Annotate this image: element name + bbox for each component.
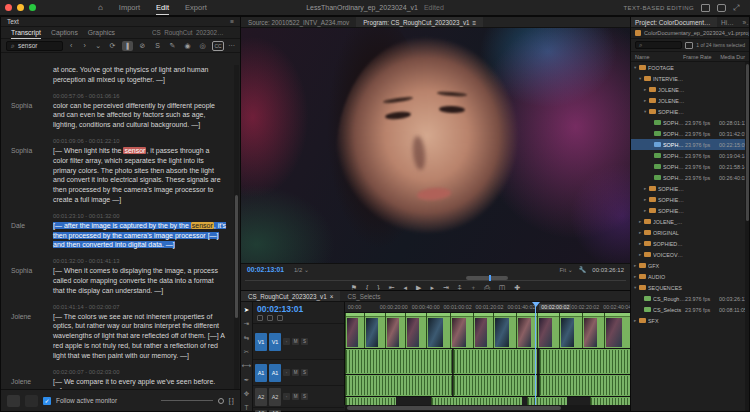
audio-clip[interactable] bbox=[345, 375, 452, 396]
track-header-a1[interactable]: A1A1◦MS bbox=[253, 359, 344, 385]
transcript-segment[interactable]: at once. You've got the physics of light… bbox=[1, 65, 234, 85]
audio-track-a2[interactable] bbox=[345, 375, 630, 397]
project-item-sophiedale_02[interactable]: ▸SOPHIEDALE_02 bbox=[631, 183, 745, 194]
project-item-gfx[interactable]: ▸GFX bbox=[631, 260, 745, 271]
hand-tool[interactable]: ✥ bbox=[244, 390, 249, 398]
tab-transcript[interactable]: Transcript bbox=[11, 27, 41, 39]
audio-clip[interactable] bbox=[453, 349, 537, 374]
project-breadcrumb[interactable]: ColorDocumentary_ep_2023024_v1.prproj bbox=[631, 28, 749, 39]
project-item-sophiedale_1_01[interactable]: SOPHIEDALE_1_0123.976 fps00:28:01:11 bbox=[631, 117, 745, 128]
follow-active-monitor-checkbox[interactable]: ✓ bbox=[43, 397, 51, 405]
mute-button-a2[interactable]: M bbox=[292, 393, 299, 400]
caption-block2-icon[interactable] bbox=[25, 395, 38, 407]
search-prev-button[interactable]: ‹ bbox=[67, 41, 76, 51]
track-header-a3[interactable]: A3A3 bbox=[253, 407, 344, 412]
audio-clip[interactable] bbox=[345, 349, 452, 374]
mute-button-a1[interactable]: M bbox=[292, 369, 299, 376]
track-header-a2[interactable]: A2A2◦MS bbox=[253, 385, 344, 407]
audio-clip[interactable] bbox=[431, 397, 522, 405]
track-select-tool[interactable]: ⇥ bbox=[244, 320, 249, 328]
close-tab-icon[interactable]: × bbox=[330, 293, 334, 300]
project-item-jolene_02[interactable]: ▸JOLENE_02 bbox=[631, 95, 745, 106]
tab-sequence-roughcut[interactable]: CS_RoughCut_2023023_v1× bbox=[241, 291, 340, 301]
video-clip[interactable] bbox=[473, 313, 493, 348]
project-item-cs_selects[interactable]: CS_Selects23.976 fps00:08:11:05 bbox=[631, 304, 745, 315]
project-item-sophiedale_1_06[interactable]: SOPHIEDALE_1_0623.976 fps00:26:40:02 bbox=[631, 172, 745, 183]
tab-history[interactable]: History bbox=[717, 17, 739, 27]
timeline-scrollbar[interactable] bbox=[345, 405, 630, 411]
transcript-search-input[interactable]: ⌕ sensor bbox=[6, 41, 63, 51]
video-track-v1[interactable] bbox=[345, 313, 630, 349]
segment-text[interactable]: [— after the image is captured by the by… bbox=[53, 221, 226, 250]
video-clip[interactable] bbox=[364, 313, 385, 348]
transcript-segment[interactable]: Sophia00:00:57:06 - 00:01:06:16color can… bbox=[1, 93, 234, 130]
text-zoom-knob[interactable] bbox=[218, 398, 224, 404]
share-icon[interactable] bbox=[717, 4, 726, 12]
tab-source-monitor[interactable]: Source: 20010522_INTV_A234.mov bbox=[241, 17, 356, 27]
scrubber-zoom-handle[interactable] bbox=[466, 276, 508, 280]
expand-panel-icon[interactable]: ⁅⁆ bbox=[229, 397, 234, 405]
transcript-scrollbar[interactable] bbox=[234, 65, 239, 389]
tab-project[interactable]: Project: ColorDocumentary_ep_2023024_v1 bbox=[631, 17, 717, 27]
mute-button-v1[interactable]: M bbox=[292, 338, 299, 345]
pen-tool[interactable]: ✒ bbox=[244, 376, 249, 384]
hide-text-icon[interactable]: ⊘ bbox=[137, 41, 148, 51]
timeline-tracks-area[interactable]: 00:0000:00:20:0000:00:40:0000:01:00:0200… bbox=[345, 302, 630, 405]
snap-icon[interactable] bbox=[257, 315, 263, 321]
project-item-sophiedale_1_03[interactable]: SOPHIEDALE_1_0323.976 fps00:22:15:09 bbox=[631, 139, 745, 150]
source-patch-v1[interactable]: V1 bbox=[255, 333, 267, 351]
timeline-playhead[interactable] bbox=[535, 302, 536, 405]
tab-overflow-chevrons[interactable]: » bbox=[739, 17, 749, 27]
home-icon[interactable]: ⌂ bbox=[98, 3, 103, 12]
video-clip[interactable] bbox=[582, 313, 605, 348]
segment-text[interactable]: color can be perceived differently by di… bbox=[53, 101, 226, 130]
audio-clip[interactable] bbox=[527, 397, 567, 405]
source-patch-a1[interactable]: A1 bbox=[255, 364, 267, 382]
track-target-a1[interactable]: A1 bbox=[269, 364, 281, 382]
slip-tool[interactable]: ⟷ bbox=[242, 362, 251, 370]
segment-text[interactable]: [— We compare it to every apple we've se… bbox=[53, 377, 226, 389]
video-clip[interactable] bbox=[385, 313, 405, 348]
search-filter-button[interactable]: ⌄ bbox=[94, 41, 103, 51]
audio-clip[interactable] bbox=[345, 397, 396, 405]
refresh-icon[interactable]: ⟳ bbox=[107, 41, 118, 51]
audio-clip[interactable] bbox=[590, 397, 630, 405]
source-patch-a2[interactable]: A2 bbox=[255, 388, 267, 406]
panel-menu-icon[interactable]: ≡ bbox=[230, 18, 234, 25]
text-zoom-slider[interactable] bbox=[161, 400, 213, 401]
fullscreen-window-button[interactable] bbox=[29, 4, 36, 11]
bin-view-icon[interactable] bbox=[685, 42, 693, 49]
video-clip[interactable] bbox=[537, 313, 558, 348]
video-clip[interactable] bbox=[405, 313, 426, 348]
settings-wrench-icon[interactable]: 🔧 bbox=[579, 266, 587, 273]
program-scrubber[interactable] bbox=[245, 275, 626, 281]
project-item-sophiedale_1_05[interactable]: SOPHIEDALE_1_0523.976 fps00:21:58:14 bbox=[631, 161, 745, 172]
project-item-interviews[interactable]: ▾INTERVIEWS bbox=[631, 73, 745, 84]
ripple-edit-tool[interactable]: ⇆ bbox=[244, 334, 249, 342]
fit-select[interactable]: Fit ⌄ bbox=[559, 266, 572, 273]
playback-resolution-select[interactable]: 1/2 ⌄ bbox=[294, 266, 309, 273]
tab-edit[interactable]: Edit bbox=[156, 1, 169, 15]
marker-icon[interactable] bbox=[277, 315, 283, 321]
panel-menu-icon[interactable]: ≡ bbox=[473, 19, 477, 26]
project-item-original[interactable]: ▸ORIGINAL bbox=[631, 227, 745, 238]
project-item-sophiedale_1_02[interactable]: SOPHIEDALE_1_0223.976 fps00:31:42:03 bbox=[631, 128, 745, 139]
program-video-frame[interactable] bbox=[241, 28, 630, 263]
tab-sequence-selects[interactable]: CS_Selects bbox=[340, 291, 387, 301]
project-search-input[interactable]: ⌕ bbox=[635, 41, 682, 49]
tab-import[interactable]: Import bbox=[119, 1, 140, 14]
lock-button-a2[interactable]: ◦ bbox=[283, 393, 290, 400]
razor-tool[interactable]: ✂ bbox=[244, 348, 249, 356]
segment-text[interactable]: [— When light hits the sensor, it passes… bbox=[53, 146, 226, 205]
tab-graphics[interactable]: Graphics bbox=[88, 27, 115, 38]
video-clip[interactable] bbox=[345, 313, 364, 348]
video-clip[interactable] bbox=[450, 313, 473, 348]
solo-button-a2[interactable]: S bbox=[301, 393, 308, 400]
solo-button-v1[interactable]: S bbox=[301, 338, 308, 345]
project-item-sfx[interactable]: ▸SFX bbox=[631, 315, 745, 326]
project-item-sophiedale_03[interactable]: ▸SOPHIEDALE_03 bbox=[631, 194, 745, 205]
fullscreen-icon[interactable]: ⤢ bbox=[733, 4, 742, 12]
transcript-segment[interactable]: Dale00:01:23:10 - 00:01:32:00[— after th… bbox=[1, 213, 234, 250]
type-tool[interactable]: T bbox=[245, 404, 249, 411]
video-clip[interactable] bbox=[493, 313, 516, 348]
